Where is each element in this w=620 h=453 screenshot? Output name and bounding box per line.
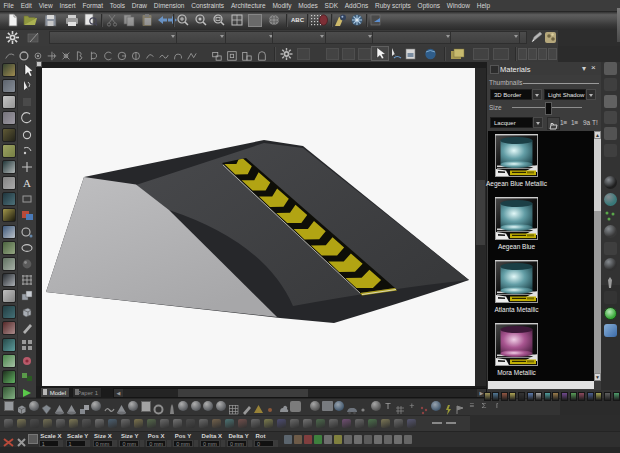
svg-text:A: A [23,177,31,189]
